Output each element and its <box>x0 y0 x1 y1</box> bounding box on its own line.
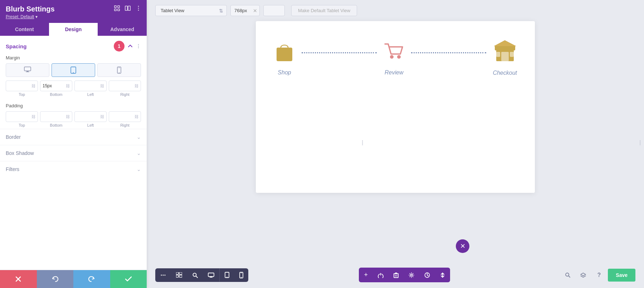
blurb-checkout-icon <box>493 39 517 66</box>
svg-point-46 <box>241 277 242 278</box>
margin-left-label: Left <box>87 92 94 97</box>
padding-bottom-cell: ⛓ Bottom <box>40 111 72 127</box>
tab-design[interactable]: Design <box>49 23 98 36</box>
svg-point-24 <box>397 55 401 59</box>
device-desktop[interactable] <box>6 63 49 77</box>
margin-left-field[interactable] <box>77 83 99 88</box>
padding-bottom-link-icon: ⛓ <box>66 114 70 119</box>
toolbar-phone-button[interactable] <box>234 268 248 282</box>
canvas-right-handle[interactable]: ⁞ <box>639 138 641 147</box>
canvas-left-handle[interactable]: ⁞ <box>361 138 364 147</box>
svg-rect-33 <box>176 272 179 274</box>
padding-right-input[interactable]: ⛓ <box>109 111 141 122</box>
view-select[interactable]: Tablet View Desktop View Phone View <box>155 5 227 16</box>
svg-rect-47 <box>394 274 398 278</box>
toolbar-settings-button[interactable] <box>404 269 419 282</box>
undo-button[interactable] <box>37 270 74 288</box>
padding-bottom-field[interactable] <box>43 114 65 119</box>
toolbar-help-button[interactable]: ? <box>592 268 606 282</box>
svg-rect-12 <box>24 67 31 71</box>
margin-right-field[interactable] <box>111 83 134 88</box>
padding-top-field[interactable] <box>8 114 31 119</box>
device-phone[interactable] <box>97 63 141 77</box>
margin-top-cell: ⛓ Top <box>6 80 38 97</box>
toolbar-sort-button[interactable] <box>435 269 450 282</box>
spacing-collapse-icon[interactable] <box>127 43 133 49</box>
expand-icon[interactable] <box>114 5 120 11</box>
toolbar-tablet-button[interactable] <box>219 268 234 282</box>
canvas-close-button[interactable]: ✕ <box>456 239 469 253</box>
border-chevron-icon: ⌄ <box>137 134 141 140</box>
padding-inputs: ⛓ Top ⛓ Bottom ⛓ Left <box>0 111 147 129</box>
blurb-item-shop: Shop <box>270 40 299 76</box>
svg-rect-35 <box>176 275 179 277</box>
panel-tabs: Content Design Advanced <box>0 23 147 36</box>
svg-rect-5 <box>128 6 130 11</box>
device-tablet[interactable] <box>52 63 95 77</box>
device-row-margin <box>0 63 147 80</box>
save-button[interactable]: Save <box>608 269 635 282</box>
svg-line-38 <box>196 276 197 278</box>
cancel-button[interactable] <box>0 270 37 288</box>
svg-rect-29 <box>510 52 514 57</box>
padding-right-field[interactable] <box>111 114 134 119</box>
confirm-button[interactable] <box>110 270 147 288</box>
padding-top-input[interactable]: ⛓ <box>6 111 38 122</box>
svg-rect-45 <box>241 273 242 273</box>
filters-section[interactable]: Filters ⌄ <box>0 161 147 177</box>
box-shadow-section[interactable]: Box Shadow ⌄ <box>0 145 147 161</box>
margin-right-label: Right <box>120 92 130 97</box>
svg-rect-26 <box>495 45 515 50</box>
svg-rect-1 <box>118 6 119 8</box>
margin-top-label: Top <box>19 92 25 97</box>
svg-point-11 <box>138 47 139 48</box>
px-second-input[interactable] <box>263 5 285 16</box>
svg-point-32 <box>165 274 166 275</box>
spacing-menu-icon[interactable] <box>136 44 141 49</box>
tab-advanced[interactable]: Advanced <box>98 23 147 36</box>
toolbar-delete-button[interactable] <box>389 269 404 282</box>
tab-content[interactable]: Content <box>0 23 49 36</box>
bottom-toolbars: + <box>147 264 644 288</box>
svg-rect-28 <box>496 52 500 57</box>
make-default-button[interactable]: Make Default Tablet View <box>291 5 357 16</box>
padding-right-link-icon: ⛓ <box>135 114 138 119</box>
panel-bottom-bar <box>0 270 147 288</box>
toolbar-search-round-button[interactable] <box>561 268 574 282</box>
more-icon[interactable] <box>135 5 142 11</box>
margin-top-field[interactable] <box>8 83 31 88</box>
blurb-review-icon <box>383 40 405 66</box>
toolbar-clock-button[interactable] <box>419 269 435 282</box>
padding-left-label: Left <box>87 123 94 127</box>
margin-right-input[interactable]: ⛓ <box>109 80 141 91</box>
toolbar-power-button[interactable] <box>373 269 389 282</box>
toolbar-more-button[interactable] <box>155 269 171 282</box>
blurb-shop-icon <box>274 40 295 66</box>
svg-rect-18 <box>118 68 120 68</box>
toolbar-desktop-button[interactable] <box>203 269 219 281</box>
columns-icon[interactable] <box>125 5 131 11</box>
toolbar-add-button[interactable]: + <box>359 268 373 282</box>
main-canvas-area: Tablet View Desktop View Phone View ⇅ ✕ … <box>147 0 644 288</box>
svg-line-54 <box>569 276 570 277</box>
padding-left-field[interactable] <box>77 114 99 119</box>
svg-rect-3 <box>118 9 119 11</box>
margin-bottom-field[interactable] <box>43 83 65 88</box>
margin-top-input[interactable]: ⛓ <box>6 80 38 91</box>
redo-button[interactable] <box>73 270 110 288</box>
svg-point-31 <box>163 274 164 275</box>
padding-bottom-input[interactable]: ⛓ <box>40 111 72 122</box>
svg-point-10 <box>138 46 139 47</box>
margin-bottom-input[interactable]: ⛓ <box>40 80 72 91</box>
toolbar-layers-button[interactable] <box>576 268 590 282</box>
margin-left-input[interactable]: ⛓ <box>74 80 107 91</box>
px-input[interactable] <box>233 5 252 16</box>
padding-left-input[interactable]: ⛓ <box>74 111 107 122</box>
px-close-icon[interactable]: ✕ <box>253 8 257 14</box>
toolbar-search-button[interactable] <box>187 269 203 282</box>
padding-left-link-icon: ⛓ <box>100 114 104 119</box>
panel-preset[interactable]: Preset: Default ▾ <box>6 14 141 19</box>
border-section[interactable]: Border ⌄ <box>0 129 147 145</box>
top-toolbar: Tablet View Desktop View Phone View ⇅ ✕ … <box>147 0 644 21</box>
toolbar-grid-button[interactable] <box>171 269 187 281</box>
